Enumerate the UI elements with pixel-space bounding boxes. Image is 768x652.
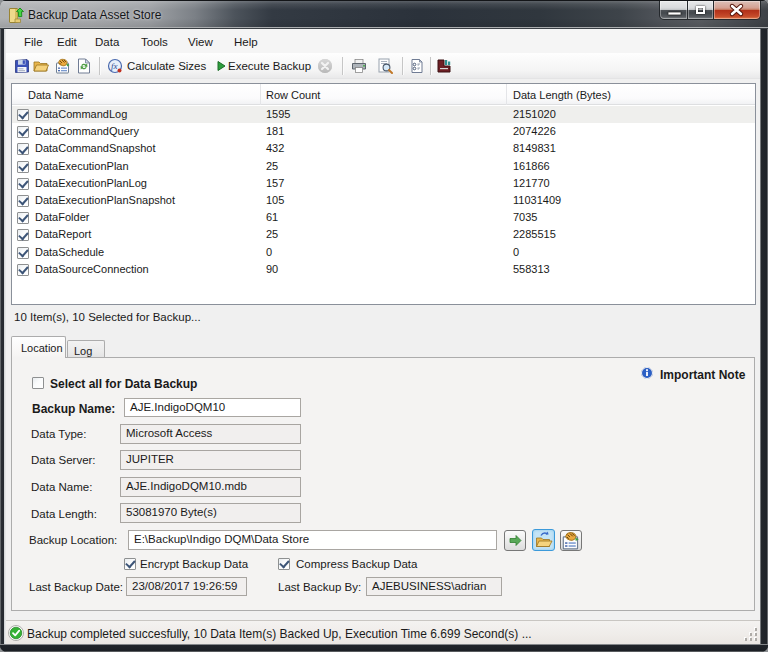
- svg-text:fx: fx: [111, 61, 118, 71]
